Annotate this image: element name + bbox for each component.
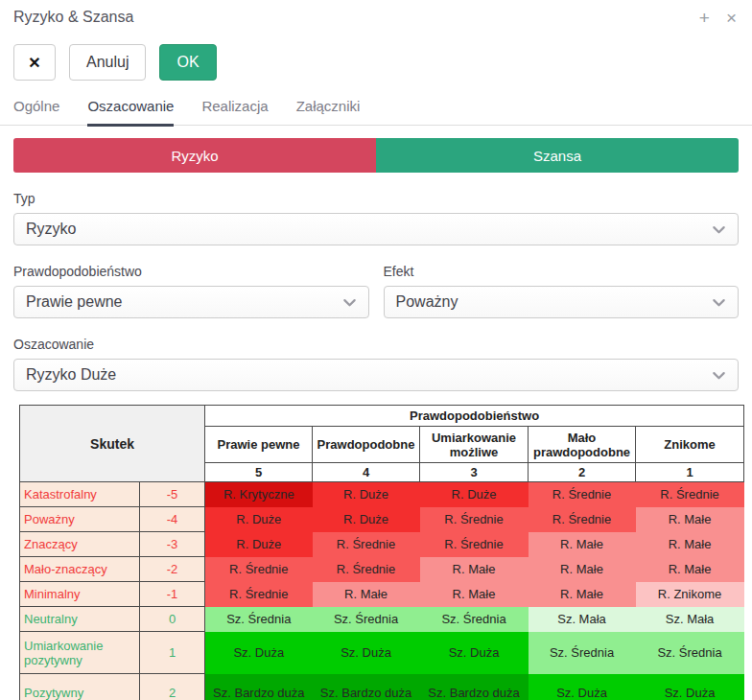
matrix-cell: R. Średnie — [636, 482, 744, 507]
chevron-down-icon — [712, 295, 726, 310]
tab-ogolne[interactable]: Ogólne — [13, 98, 59, 127]
matrix-row: Katastrofalny-5R. KrytyczneR. DużeR. Duż… — [20, 482, 744, 507]
matrix-cell: Sz. Mała — [636, 607, 744, 632]
effect-label: Efekt — [384, 264, 740, 279]
assessment-select[interactable]: Ryzyko Duże — [13, 359, 739, 391]
dismiss-x-icon: ✕ — [28, 54, 40, 72]
matrix-row-label: Neutralny — [20, 607, 140, 632]
matrix-row-label: Mało-znaczący — [20, 557, 140, 582]
matrix-column-header: Prawdopodobne — [313, 427, 420, 463]
matrix-cell: R. Duże — [313, 482, 420, 507]
typ-label: Typ — [13, 191, 739, 206]
matrix-cell: Sz. Duża — [313, 632, 420, 674]
matrix-row-label: Katastrofalny — [20, 482, 140, 507]
matrix-cell: R. Średnie — [420, 532, 529, 557]
matrix-cell: R. Krytyczne — [205, 482, 313, 507]
matrix-row-label: Minimalny — [20, 582, 140, 607]
matrix-row: Pozytywny2Sz. Bardzo dużaSz. Bardzo duża… — [20, 674, 744, 700]
type-toggle: Ryzyko Szansa — [13, 138, 739, 173]
matrix-row-value: -5 — [140, 482, 205, 507]
matrix-cell: R. Średnie — [420, 507, 529, 532]
matrix-column-value: 4 — [313, 463, 420, 482]
matrix-cell: Sz. Duża — [636, 674, 744, 700]
matrix-row-value: 1 — [140, 632, 205, 674]
matrix-row-value: 0 — [140, 607, 205, 632]
matrix-cell: Sz. Średnia — [205, 607, 313, 632]
matrix-cell: R. Znikome — [636, 582, 744, 607]
matrix-row-value: -4 — [140, 507, 205, 532]
toggle-chance-button[interactable]: Szansa — [376, 138, 739, 173]
matrix-cell: R. Duże — [313, 507, 420, 532]
matrix-cell: R. Duże — [205, 532, 313, 557]
matrix-cell: R. Małe — [529, 582, 636, 607]
toolbar: ✕ Anuluj OK — [0, 44, 752, 81]
typ-select-value: Ryzyko — [26, 221, 76, 238]
matrix-cell: Sz. Średnia — [420, 607, 529, 632]
matrix-cell: R. Małe — [529, 557, 636, 582]
effect-select[interactable]: Poważny — [384, 286, 740, 318]
matrix-corner-header: Skutek — [20, 406, 205, 482]
assessment-select-value: Ryzyko Duże — [26, 366, 116, 384]
matrix-column-header: Prawie pewne — [205, 427, 313, 463]
risk-matrix: SkutekPrawdopodobieństwoPrawie pewnePraw… — [19, 405, 743, 700]
matrix-cell: R. Średnie — [313, 557, 420, 582]
cancel-button[interactable]: Anuluj — [69, 44, 146, 81]
matrix-cell: Sz. Bardzo duża — [313, 674, 420, 700]
assessment-form: Typ Ryzyko Prawdopodobieństwo Prawie pew… — [0, 191, 752, 391]
risk-matrix-table: SkutekPrawdopodobieństwoPrawie pewnePraw… — [19, 405, 744, 700]
matrix-cell: Sz. Średnia — [529, 632, 636, 674]
matrix-column-value: 1 — [636, 463, 744, 482]
chevron-down-icon — [342, 295, 357, 310]
matrix-row-value: 2 — [140, 674, 205, 700]
matrix-cell: Sz. Duża — [529, 674, 636, 700]
matrix-row: Poważny-4R. DużeR. DużeR. ŚrednieR. Śred… — [20, 507, 744, 532]
matrix-row-label: Znaczący — [20, 532, 140, 557]
probability-select[interactable]: Prawie pewne — [13, 286, 369, 318]
matrix-cell: R. Duże — [205, 507, 313, 532]
tab-bar: Ogólne Oszacowanie Realizacja Załączniki — [0, 98, 752, 126]
matrix-row-label: Pozytywny — [20, 674, 140, 700]
matrix-cell: R. Małe — [420, 557, 529, 582]
matrix-cell: Sz. Bardzo duża — [420, 674, 529, 700]
matrix-cell: R. Duże — [420, 482, 529, 507]
tab-oszacowanie[interactable]: Oszacowanie — [87, 98, 174, 127]
close-icon[interactable]: × — [726, 9, 737, 27]
ok-button[interactable]: OK — [159, 44, 216, 81]
matrix-cell: R. Średnie — [205, 557, 313, 582]
tab-zalaczniki[interactable]: Załączniki — [296, 98, 361, 127]
matrix-column-header: Znikome — [636, 427, 744, 463]
matrix-cell: R. Średnie — [529, 507, 636, 532]
dialog-title: Ryzyko & Szansa — [13, 9, 133, 26]
matrix-cell: R. Małe — [313, 582, 420, 607]
matrix-row: Minimalny-1R. ŚrednieR. MałeR. MałeR. Ma… — [20, 582, 744, 607]
matrix-row: Umiarkowanie pozytywny1Sz. DużaSz. DużaS… — [20, 632, 744, 674]
matrix-row-label: Poważny — [20, 507, 140, 532]
matrix-column-value: 5 — [205, 463, 313, 482]
add-icon[interactable]: + — [699, 9, 710, 27]
matrix-row-value: -1 — [140, 582, 205, 607]
typ-select[interactable]: Ryzyko — [13, 213, 739, 245]
chevron-down-icon — [712, 222, 726, 237]
effect-select-value: Poważny — [396, 293, 458, 311]
probability-label: Prawdopodobieństwo — [13, 264, 369, 279]
matrix-row-value: -3 — [140, 532, 205, 557]
matrix-row: Znaczący-3R. DużeR. ŚrednieR. ŚrednieR. … — [20, 532, 744, 557]
toggle-risk-button[interactable]: Ryzyko — [13, 138, 376, 173]
tab-realizacja[interactable]: Realizacja — [201, 98, 268, 127]
matrix-cell: R. Małe — [636, 532, 744, 557]
matrix-column-header: Mało prawdopodobne — [529, 427, 636, 463]
dismiss-button[interactable]: ✕ — [13, 44, 56, 81]
matrix-cell: Sz. Średnia — [313, 607, 420, 632]
matrix-cell: R. Średnie — [313, 532, 420, 557]
matrix-cell: Sz. Duża — [420, 632, 529, 674]
matrix-column-value: 3 — [420, 463, 529, 482]
matrix-row-label: Umiarkowanie pozytywny — [20, 632, 140, 674]
matrix-cell: R. Małe — [636, 557, 744, 582]
matrix-cell: R. Średnie — [529, 482, 636, 507]
matrix-cell: R. Małe — [529, 532, 636, 557]
dialog-titlebar: Ryzyko & Szansa + × — [0, 0, 752, 27]
matrix-row-value: -2 — [140, 557, 205, 582]
probability-select-value: Prawie pewne — [26, 293, 123, 311]
matrix-row: Neutralny0Sz. ŚredniaSz. ŚredniaSz. Śred… — [20, 607, 744, 632]
matrix-cell: Sz. Średnia — [636, 632, 744, 674]
